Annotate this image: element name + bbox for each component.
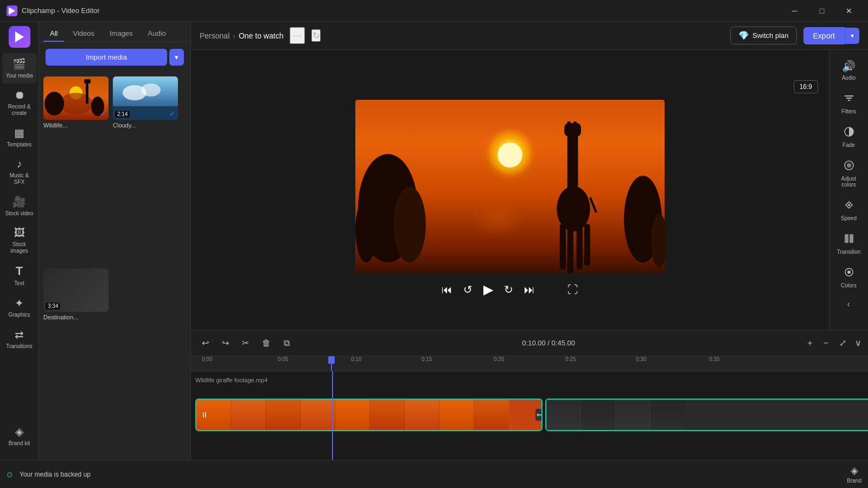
fullscreen-button[interactable]: ⛶ [565, 281, 580, 298]
rt-item-fade[interactable]: Fade [832, 121, 866, 153]
sidebar-item-templates[interactable]: ▦ Templates [2, 122, 37, 152]
sidebar-item-text[interactable]: T Text [2, 260, 37, 291]
track-clip-active[interactable]: ⏸ ⟺ [195, 399, 542, 431]
brand-kit-status-item[interactable]: ◈ Brand [847, 465, 861, 484]
ruler-mark-5: 0:25 [565, 356, 576, 362]
sidebar-item-record-create[interactable]: ⏺ Record & create [2, 85, 37, 121]
titlebar: Clipchamp - Video Editor ─ □ ✕ [0, 0, 868, 22]
clip-resize-handle[interactable]: ⟺ [535, 409, 542, 421]
redo-button[interactable]: ↪ [218, 336, 233, 350]
transition-icon [844, 233, 854, 247]
stock-video-icon: 🎥 [12, 195, 26, 208]
close-button[interactable]: ✕ [837, 0, 861, 22]
media-check-cloudy: ✓ [169, 109, 176, 118]
svg-rect-4 [86, 82, 88, 104]
svg-rect-16 [567, 129, 578, 190]
breadcrumb: Personal › One to watch [200, 31, 283, 40]
clip-frames [196, 400, 509, 430]
minimize-button[interactable]: ─ [782, 0, 807, 22]
copy-button[interactable]: ⧉ [279, 336, 294, 350]
svg-rect-5 [84, 79, 91, 84]
sidebar-item-transitions[interactable]: ⇄ Transitions [2, 324, 37, 354]
sidebar-item-stock-images[interactable]: 🖼 Stock images [2, 222, 37, 259]
ruler-container: 0:00 0:05 0:10 0:15 0:20 0:25 0:30 0:35 [191, 356, 868, 371]
media-tabs: All Videos Images Audio [39, 22, 190, 42]
export-dropdown-button[interactable]: ▾ [845, 28, 859, 44]
sidebar-item-stock-video[interactable]: 🎥 Stock video [2, 191, 37, 221]
track-row-main: ⏸ ⟺ [195, 399, 864, 436]
aspect-ratio-button[interactable]: 16:9 [794, 80, 818, 93]
export-button[interactable]: Export [803, 27, 845, 44]
svg-rect-18 [567, 121, 571, 126]
sync-button[interactable]: ↻ [311, 29, 321, 42]
ruler-mark-7: 0:35 [709, 356, 719, 362]
svg-marker-0 [9, 7, 15, 15]
brand-kit-status-label: Brand [847, 478, 861, 484]
fast-forward-button[interactable]: ↻ [502, 281, 515, 298]
switch-plan-button[interactable]: 💎 Switch plan [730, 27, 796, 44]
svg-rect-34 [845, 234, 848, 243]
sidebar-item-brand-kit[interactable]: ◈ Brand kit [2, 421, 37, 451]
sidebar-item-stock-images-label: Stock images [4, 241, 35, 254]
media-item-wildlife[interactable]: ✓ Wildlife... [43, 76, 108, 264]
svg-point-37 [847, 271, 851, 274]
skip-start-button[interactable]: ⏮ [439, 281, 455, 298]
inactive-frame-4 [650, 400, 685, 430]
rewind-button[interactable]: ↺ [461, 281, 475, 298]
import-media-button[interactable]: Import media [46, 49, 167, 66]
brand-kit-icon: ◈ [15, 425, 23, 438]
inactive-frame-1 [546, 400, 581, 430]
maximize-button[interactable]: □ [809, 0, 834, 22]
delete-button[interactable]: 🗑 [258, 336, 275, 350]
clip-frames-inactive [546, 400, 685, 430]
clip-pause-icon: ⏸ [201, 410, 208, 419]
ruler-mark-4: 0:20 [494, 356, 504, 362]
project-more-button[interactable]: ⋯ [290, 27, 305, 44]
undo-button[interactable]: ↩ [197, 336, 213, 350]
svg-rect-17 [565, 123, 582, 137]
sidebar-item-your-media[interactable]: 🎬 Your media [2, 53, 37, 84]
rt-item-audio[interactable]: 🔊 Audio [832, 54, 866, 86]
speed-icon [844, 200, 854, 213]
rt-item-transition[interactable]: Transition [832, 228, 866, 260]
skip-end-button[interactable]: ⏭ [522, 281, 537, 298]
breadcrumb-parent[interactable]: Personal [200, 31, 229, 40]
rt-item-adjust-colors[interactable]: Adjust colors [832, 155, 866, 193]
sidebar-item-graphics-label: Graphics [8, 312, 30, 318]
timeline-expand-button[interactable]: ⤢ [835, 337, 851, 349]
svg-rect-21 [560, 224, 566, 269]
media-name-cloudy: Cloudy... [113, 122, 178, 129]
timeline-zoom-group: + − ⤢ [803, 337, 851, 349]
zoom-out-button[interactable]: − [819, 337, 833, 349]
tab-all[interactable]: All [43, 26, 64, 42]
breadcrumb-current[interactable]: One to watch [239, 31, 284, 40]
zoom-in-button[interactable]: + [803, 337, 816, 349]
filters-icon [844, 93, 854, 106]
record-create-icon: ⏺ [14, 89, 25, 101]
clip-frame-9 [474, 400, 509, 430]
media-item-cloudy[interactable]: 2:14 ✓ Cloudy... [113, 76, 178, 264]
media-thumb-wildlife: ✓ [43, 76, 108, 120]
rt-expand-button[interactable]: ‹ [847, 299, 850, 309]
import-dropdown-button[interactable]: ▾ [169, 49, 184, 66]
sidebar-item-graphics[interactable]: ✦ Graphics [2, 292, 37, 323]
svg-point-9 [141, 84, 161, 97]
track-clip-inactive[interactable] [545, 399, 868, 431]
sidebar-item-music-sfx[interactable]: ♪ Music & SFX [2, 153, 37, 190]
rt-item-filters[interactable]: Filters [832, 87, 866, 120]
fade-icon [844, 126, 854, 140]
media-duration-cloudy: 2:14 [115, 111, 130, 118]
cut-button[interactable]: ✂ [238, 336, 253, 350]
tab-images[interactable]: Images [103, 26, 139, 42]
rt-item-colors[interactable]: Colors [832, 261, 866, 294]
svg-point-33 [848, 204, 850, 206]
media-item-destination[interactable]: 3:34 Destination... [43, 268, 108, 456]
play-button[interactable]: ▶ [481, 280, 495, 299]
tab-audio[interactable]: Audio [142, 26, 173, 42]
trees-left-svg [355, 154, 464, 273]
preview-and-toolbar: 16:9 [191, 50, 868, 330]
app-logo-icon [7, 5, 17, 16]
timeline-collapse-button[interactable]: ∨ [855, 338, 861, 348]
tab-videos[interactable]: Videos [66, 26, 101, 42]
rt-item-speed[interactable]: Speed [832, 194, 866, 227]
